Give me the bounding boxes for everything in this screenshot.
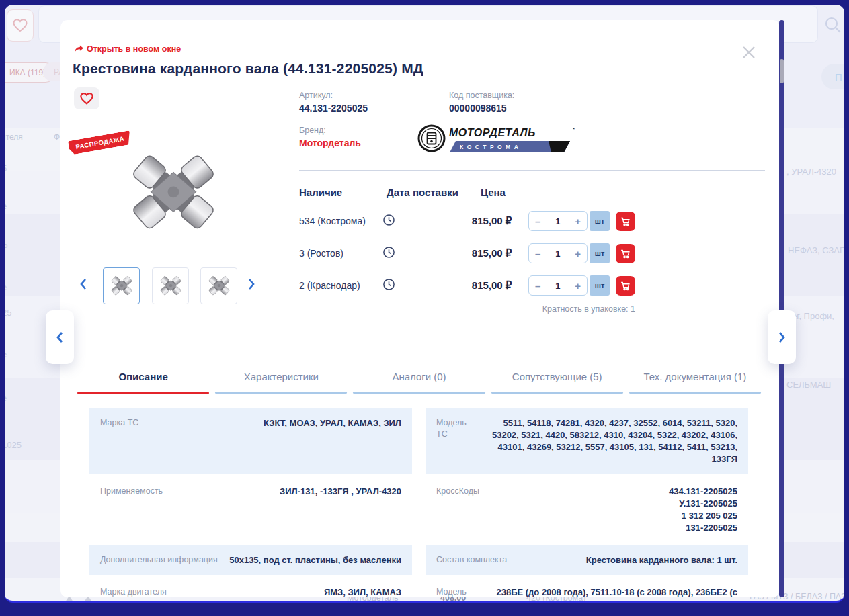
minus-button[interactable]: – [535,249,540,259]
add-to-cart-button[interactable] [616,276,635,296]
brand-logo-city: КОСТРОМА [460,144,522,150]
spec-row-applicability: Применяемость ЗИЛ-131, -133ГЯ , УРАЛ-432… [89,477,412,543]
spec-value: 5511, 54118, 74281, 4320, 4237, 32552, 6… [487,417,737,466]
tab-label: Описание [77,371,209,392]
tab-description[interactable]: Описание [77,371,209,394]
minus-button[interactable]: – [535,281,540,291]
tab-label: Тех. документация (1) [629,371,761,392]
spec-label: Применяемость [100,486,163,497]
cart-icon [620,280,631,292]
stock-location: 2 (Краснодар) [299,280,382,291]
tab-underline [353,392,485,394]
supplier-code-block: Код поставщика: 00000098615 [449,91,765,114]
row-fragment: ег, Профи, [792,311,834,321]
unit-toggle[interactable]: шт [590,211,610,231]
spec-row-kit-contents: Состав комплекта Крестовина карданного в… [426,545,748,575]
tab-label: Характеристики [215,371,347,392]
spec-value: Крестовина карданного вала: 1 шт. [516,554,737,566]
plus-button[interactable]: + [575,281,581,291]
article-value: 44.131-2205025 [299,103,449,114]
description-grid: Марка ТС КЗКТ, МОАЗ, УРАЛ, КАМАЗ, ЗИЛ Мо… [89,408,748,597]
spec-label: Дополнительная информация [100,554,218,566]
product-info: Артикул: 44.131-2205025 Код поставщика: … [299,91,765,314]
chevron-left-icon[interactable] [79,278,87,293]
spec-row-vehicle-model: Модель ТС 5511, 54118, 74281, 4320, 4237… [426,408,748,474]
plus-button[interactable]: + [575,216,581,226]
close-button[interactable] [738,42,760,63]
side-panel-button[interactable]: П [821,64,844,89]
search-icon[interactable] [823,15,842,37]
spec-label: Модель ТС [436,417,478,440]
minus-button[interactable]: – [535,216,540,226]
tab-tech-docs[interactable]: Тех. документация (1) [629,371,761,394]
scrollbar-thumb[interactable] [780,59,784,83]
tab-analogs[interactable]: Аналоги (0) [353,371,485,394]
thumbnail[interactable] [152,267,189,304]
spec-row-engine-model: Модель двигателя 238БЕ (до 2008 года), 7… [426,578,748,597]
favorites-button[interactable] [7,9,34,42]
tab-underline [215,392,347,394]
product-modal: Открыть в новом окне Крестовина карданно… [60,20,784,597]
tab-underline [491,392,623,394]
add-to-favorites-button[interactable] [74,87,99,109]
spec-label: Марка двигателя [100,586,167,597]
quantity-stepper[interactable]: – 1 + [528,243,588,263]
price: 815,00 ₽ [472,279,522,292]
row-fragment: е [5,282,7,292]
price: 815,00 ₽ [472,247,522,259]
brand-row: Бренд: Мотордеталь МОТОРДЕТАЛЬ * [299,126,765,167]
header-date: Дата поставки [387,187,481,198]
cart-icon [620,216,631,227]
delivery-date-cell [382,278,472,294]
tab-bar: Описание Характеристики Аналоги (0) Сопу… [77,371,761,394]
unit-toggle[interactable]: шт [590,243,610,263]
product-section: РАСПРОДАЖА [60,87,765,356]
open-in-new-window-link[interactable]: Открыть в новом окне [74,44,181,54]
spec-label: КроссКоды [436,486,479,497]
quantity-value[interactable]: 1 [555,216,560,226]
quantity-value[interactable]: 1 [555,281,560,291]
availability-header: Наличие Дата поставки Цена [299,187,635,205]
spec-label: Состав комплекта [436,554,507,566]
spec-value: 50х135, под ст. пластины, без масленки [227,554,401,566]
availability-row: 534 (Кострома) 815,00 ₽ – 1 [299,205,635,237]
header-stock: Наличие [299,187,387,198]
row-fragment: , УРАЛ-4320 [786,167,836,177]
spec-value: ЗИЛ-131, -133ГЯ , УРАЛ-4320 [172,486,401,498]
quantity-stepper[interactable]: – 1 + [528,211,588,231]
stock-location: 534 (Кострома) [299,216,382,226]
svg-text:*: * [573,126,575,132]
spec-value: 238БЕ (до 2008 года), 7511.10-18 (с 2008… [487,586,737,597]
spec-value: ЯМЗ, ЗИЛ, КАМАЗ [176,586,401,597]
add-to-cart-button[interactable] [616,212,635,231]
row-fragment: е [5,349,7,359]
modal-scrollbar[interactable] [779,20,784,597]
modal-next-button[interactable] [768,310,796,364]
thumbnail[interactable] [103,267,140,304]
add-to-cart-button[interactable] [616,244,635,263]
modal-prev-button[interactable] [46,310,74,364]
delivery-date-cell [382,246,472,261]
quantity-value[interactable]: 1 [555,249,560,259]
heart-icon [79,92,94,105]
row-fragment: НЕФАЗ, СЗАП [788,245,844,255]
quantity-stepper[interactable]: – 1 + [528,275,588,296]
divider [299,170,765,171]
row-fragment: 1025 [5,440,22,450]
price: 815,00 ₽ [472,215,522,227]
unit-toggle[interactable]: шт [590,275,610,296]
tab-characteristics[interactable]: Характеристики [215,371,347,394]
vertical-divider [286,91,286,347]
clock-icon [382,278,395,291]
row-fragment: СЕЛЬМАШ [786,380,831,390]
spec-row-additional-info: Дополнительная информация 50х135, под ст… [89,545,412,575]
chevron-left-icon [56,331,64,343]
supplier-code-label: Код поставщика: [449,91,765,100]
tab-related[interactable]: Сопутствующие (5) [491,371,623,394]
plus-button[interactable]: + [575,249,581,259]
thumbnail[interactable] [200,267,237,304]
column-header-fragment: Ф [54,132,60,142]
clock-icon [382,214,395,226]
cart-icon [620,248,631,259]
chevron-right-icon[interactable] [247,278,255,293]
